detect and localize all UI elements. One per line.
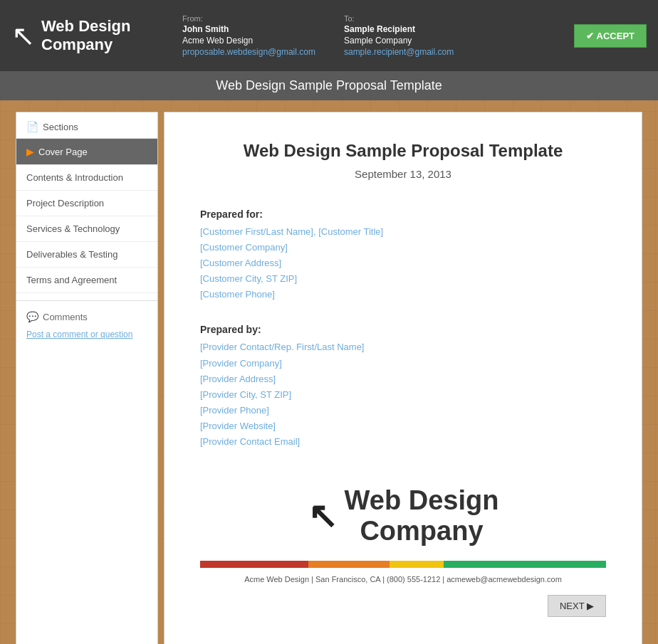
sidebar-item-deliverables-testing[interactable]: Deliverables & Testing: [16, 242, 157, 268]
proposal-title: Web Design Sample Proposal Template: [200, 141, 606, 161]
bar-green: [444, 561, 606, 568]
prepared-by-label: Prepared by:: [200, 324, 606, 335]
provider-website: [Provider Website]: [200, 418, 606, 434]
sidebar-sections-header: 📄 Sections: [16, 112, 157, 139]
title-bar: Web Design Sample Proposal Template: [0, 71, 658, 100]
bar-orange: [308, 561, 390, 568]
header: ↖ Web Design Company From: John Smith Ac…: [0, 0, 658, 71]
bottom-logo: ↖ Web Design Company: [200, 485, 606, 547]
to-group: To: Sample Recipient Sample Company samp…: [344, 14, 454, 57]
sidebar-item-services-technology[interactable]: Services & Technology: [16, 216, 157, 242]
prepared-for-section: Prepared for: [Customer First/Last Name]…: [200, 208, 606, 302]
logo-text: Web Design Company: [41, 17, 131, 55]
main-layout: 📄 Sections ▶ Cover Page Contents & Intro…: [16, 112, 642, 644]
provider-phone: [Provider Phone]: [200, 403, 606, 418]
accept-button[interactable]: ✔ ACCEPT: [574, 24, 647, 48]
customer-address: [Customer Address]: [200, 255, 606, 271]
provider-company: [Provider Company]: [200, 356, 606, 371]
post-comment-link[interactable]: Post a comment or question: [16, 327, 157, 342]
sidebar: 📄 Sections ▶ Cover Page Contents & Intro…: [16, 112, 158, 644]
logo-cursor-icon: ↖: [11, 21, 36, 50]
customer-company: [Customer Company]: [200, 240, 606, 255]
next-btn-wrap: NEXT ▶: [200, 595, 606, 617]
to-company: Sample Company: [344, 36, 454, 46]
sidebar-item-terms-agreement[interactable]: Terms and Agreement: [16, 268, 157, 293]
provider-email: [Provider Contact Email]: [200, 434, 606, 450]
sidebar-item-project-description[interactable]: Project Description: [16, 191, 157, 216]
sections-label: Sections: [43, 122, 78, 132]
proposal-date: September 13, 2013: [200, 168, 606, 180]
sidebar-item-label: Cover Page: [38, 147, 88, 157]
prepared-by-section: Prepared by: [Provider Contact/Rep. Firs…: [200, 324, 606, 450]
sidebar-comments: 💬 Comments: [16, 300, 157, 327]
bottom-logo-line2: Company: [345, 516, 499, 547]
content-area: Web Design Sample Proposal Template Sept…: [164, 112, 642, 644]
sidebar-item-contents-introduction[interactable]: Contents & Introduction: [16, 165, 157, 191]
from-name: John Smith: [182, 24, 315, 34]
bottom-logo-text: ↖ Web Design Company: [308, 485, 499, 547]
from-email: proposable.webdesign@gmail.com: [182, 47, 315, 57]
provider-address: [Provider Address]: [200, 371, 606, 387]
bottom-logo-line1: Web Design: [345, 485, 499, 516]
document-icon: 📄: [26, 121, 38, 132]
customer-name-title: [Customer First/Last Name], [Customer Ti…: [200, 224, 606, 240]
to-label: To:: [344, 14, 454, 23]
customer-phone: [Customer Phone]: [200, 287, 606, 302]
provider-city: [Provider City, ST ZIP]: [200, 387, 606, 403]
header-meta: From: John Smith Acme Web Design proposa…: [182, 14, 560, 57]
bottom-cursor-icon: ↖: [308, 495, 338, 537]
provider-contact: [Provider Contact/Rep. First/Last Name]: [200, 339, 606, 355]
to-name: Sample Recipient: [344, 24, 454, 34]
next-button[interactable]: NEXT ▶: [548, 595, 606, 617]
from-label: From:: [182, 14, 315, 23]
bar-red: [200, 561, 308, 568]
prepared-for-label: Prepared for:: [200, 208, 606, 220]
comment-icon: 💬: [26, 311, 38, 322]
bar-yellow: [390, 561, 444, 568]
customer-city: [Customer City, ST ZIP]: [200, 271, 606, 287]
from-company: Acme Web Design: [182, 36, 315, 46]
bottom-logo-words: Web Design Company: [345, 485, 499, 547]
color-bar: [200, 561, 606, 568]
logo-area: ↖ Web Design Company: [11, 17, 168, 55]
to-email: sample.recipient@gmail.com: [344, 47, 454, 57]
comments-label: Comments: [43, 312, 88, 322]
sidebar-item-cover-page[interactable]: ▶ Cover Page: [16, 139, 157, 165]
footer-info: Acme Web Design | San Francisco, CA | (8…: [200, 575, 606, 584]
active-arrow-icon: ▶: [26, 146, 34, 157]
from-group: From: John Smith Acme Web Design proposa…: [182, 14, 315, 57]
